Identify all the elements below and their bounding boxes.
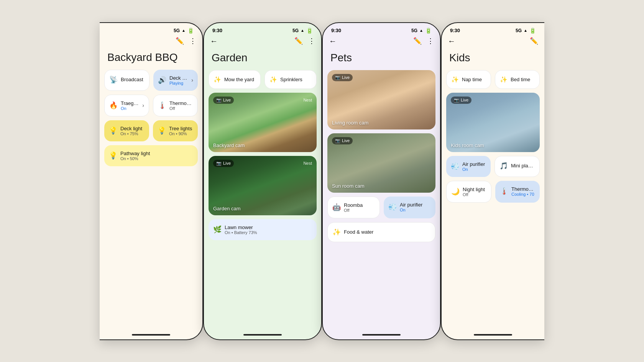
right-nav: ✏️ ⋮ [176, 37, 196, 45]
tile-subtitle: On • 50% [120, 156, 193, 161]
cam-label: Kids room cam [451, 143, 535, 148]
edit-button[interactable]: ✏️ [413, 37, 422, 45]
tile-row-content: 💨 Air purifier On [451, 161, 486, 172]
cam-tile-garden[interactable]: 📷 Live Nest Garden cam [209, 156, 317, 215]
tile-icon: 🌙 [451, 187, 460, 196]
device-tile[interactable]: 💡 Deck light On • 75% [104, 120, 149, 141]
phone-content: ✨ Nap time ✨ Bed time 📷 Live Kids room c… [442, 70, 544, 337]
tiles-row: 🌙 Night light Off 🌡️ Thermostat Cooling … [446, 181, 540, 203]
tiles-row: 📡 Broadcast 🔊 Deck speaker Playing [104, 70, 198, 91]
device-tile[interactable]: 🎵 Mini player [495, 156, 540, 177]
cam-label: Garden cam [213, 206, 312, 211]
tiles-row: 🌿 Lawn mower On • Battery 73% [209, 219, 317, 240]
right-nav: ✏️ ⋮ [294, 37, 315, 45]
shortcut-tile[interactable]: ✨ Bed time [495, 70, 540, 89]
phone-garden: 9:30 5G ▲ 🔋 ← ✏️ ⋮ Garden ✨ Mow the yard… [203, 22, 322, 340]
tile-subtitle: Off [344, 208, 375, 213]
tile-text: Broadcast [121, 77, 145, 82]
tile-text: Roomba Off [344, 202, 375, 213]
tiles-row: 🤖 Roomba Off 💨 Air purifier On [327, 197, 435, 218]
home-indicator [474, 334, 512, 336]
tile-text: Traeger grill On [121, 100, 139, 111]
signal-icon: ▲ [419, 28, 423, 33]
more-button[interactable]: ⋮ [308, 37, 315, 45]
edit-button[interactable]: ✏️ [530, 37, 538, 45]
tile-title: Traeger grill [121, 100, 139, 106]
top-bar: ← ✏️ [442, 35, 544, 49]
tile-row-content: 🌿 Lawn mower On • Battery 73% [213, 224, 312, 235]
tile-icon: 💨 [451, 162, 459, 170]
device-tile[interactable]: 🌿 Lawn mower On • Battery 73% [209, 219, 317, 240]
page-title: Backyard BBQ [100, 48, 202, 70]
device-tile[interactable]: ✨ Food & water [327, 222, 435, 242]
tile-subtitle: On [462, 167, 486, 172]
signal-label: 5G [516, 28, 522, 33]
status-bar: 5G ▲ 🔋 [100, 23, 202, 35]
shortcut-tile[interactable]: ✨ Mow the yard [209, 70, 261, 89]
device-tile[interactable]: 💡 Pathway light On • 50% [104, 145, 198, 166]
device-tile[interactable]: 📡 Broadcast [104, 70, 150, 91]
tile-subtitle: On [121, 106, 139, 111]
time: 9:30 [331, 28, 341, 33]
right-nav: ✏️ ⋮ [413, 37, 434, 45]
live-text: Live [223, 98, 231, 102]
status-icons: 5G ▲ 🔋 [292, 28, 313, 34]
cam-tile-sunroom[interactable]: 📷 Live Sun room cam [327, 133, 435, 193]
device-tile[interactable]: 🔊 Deck speaker Playing › [153, 70, 198, 91]
edit-button[interactable]: ✏️ [176, 37, 184, 45]
device-tile[interactable]: 💨 Air purifier On [384, 197, 435, 218]
tile-row-content: 💨 Air purifier On [388, 202, 431, 212]
battery-icon: 🔋 [187, 28, 194, 34]
home-indicator [132, 334, 170, 336]
tile-subtitle: On • 90% [169, 131, 193, 136]
page-title: Garden [204, 49, 321, 70]
tile-subtitle: On • 75% [120, 131, 145, 136]
device-tile[interactable]: 🌙 Night light Off [446, 181, 491, 203]
device-tile[interactable]: 🌡️ Thermometer Off [153, 95, 198, 116]
shortcut-icon: ✨ [214, 76, 221, 83]
device-tile[interactable]: 🔥 Traeger grill On › [104, 95, 149, 116]
status-bar: 9:30 5G ▲ 🔋 [442, 23, 544, 35]
chevron-right-icon: › [142, 102, 144, 108]
back-button[interactable]: ← [210, 37, 218, 45]
left-nav: ← [329, 37, 337, 46]
edit-button[interactable]: ✏️ [294, 37, 303, 45]
battery-icon: 🔋 [425, 28, 432, 34]
shortcut-tile[interactable]: ✨ Nap time [446, 70, 491, 89]
device-tile[interactable]: 💡 Tree lights On • 90% [153, 120, 198, 141]
shortcut-label: Mow the yard [224, 77, 254, 82]
device-tile[interactable]: 🤖 Roomba Off [327, 197, 380, 218]
camera-icon: 📷 [335, 75, 340, 80]
phone-backyard-bbq: 5G ▲ 🔋 ✏️ ⋮ Backyard BBQ 📡 Broadcast [100, 22, 203, 340]
shortcut-tile[interactable]: ✨ Sprinklers [264, 70, 317, 89]
shortcut-label: Sprinklers [280, 77, 302, 82]
signal-icon: ▲ [182, 28, 186, 33]
back-button[interactable]: ← [329, 37, 337, 45]
tile-title: Thermostat [511, 186, 535, 192]
tile-row-content: 🌡️ Thermometer Off [158, 100, 193, 111]
tile-title: Broadcast [121, 77, 145, 82]
device-tile[interactable]: 💨 Air purifier On [446, 156, 491, 177]
tile-subtitle: Cooling • 70 [511, 192, 535, 197]
live-badge: 📷 Live [332, 74, 353, 81]
tile-icon: 🌡️ [158, 101, 166, 110]
shortcut-icon: ✨ [451, 76, 459, 83]
signal-icon: ▲ [524, 28, 527, 33]
left-nav: ← [210, 37, 218, 46]
back-button[interactable]: ← [448, 37, 455, 45]
cam-tile-living[interactable]: 📷 Live Living room cam [327, 70, 435, 129]
shortcut-icon: ✨ [500, 76, 508, 83]
live-badge: 📷 Live [451, 97, 472, 104]
phone-content: 📡 Broadcast 🔊 Deck speaker Playing [100, 70, 202, 336]
more-button[interactable]: ⋮ [189, 37, 196, 45]
tiles-row: 💡 Pathway light On • 50% [104, 145, 198, 166]
tile-title: Roomba [344, 202, 375, 208]
more-button[interactable]: ⋮ [427, 37, 434, 45]
tile-icon: 📡 [109, 75, 118, 84]
phone-kids: 9:30 5G ▲ 🔋 ← ✏️ Kids ✨ Nap time ✨ Bed t… [441, 22, 544, 340]
live-badge: 📷 Live [213, 160, 234, 167]
cam-tile-backyard[interactable]: 📷 Live Nest Backyard cam [209, 93, 317, 152]
device-tile[interactable]: 🌡️ Thermostat Cooling • 70 [495, 181, 540, 203]
tile-title: Deck speaker [169, 75, 188, 81]
cam-tile-kids[interactable]: 📷 Live Kids room cam [446, 93, 540, 152]
